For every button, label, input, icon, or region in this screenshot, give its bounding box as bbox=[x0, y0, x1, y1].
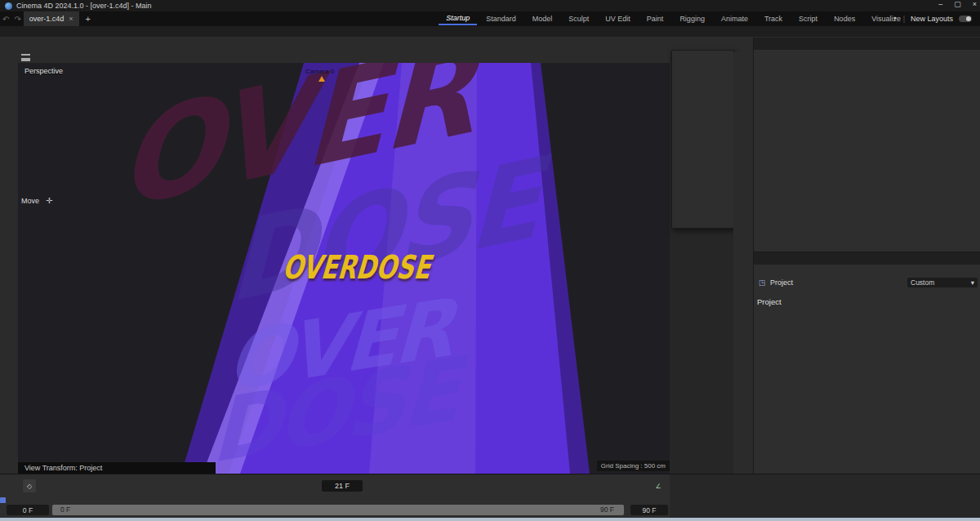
camera-cone-icon bbox=[318, 76, 325, 82]
range-end-field[interactable]: 90 F bbox=[630, 505, 668, 515]
app-icon bbox=[5, 2, 12, 10]
layout-tab-standard[interactable]: Standard bbox=[479, 13, 523, 24]
move-cursor-icon: ✛ bbox=[46, 196, 52, 205]
layout-tab-sculpt[interactable]: Sculpt bbox=[561, 13, 596, 24]
range-start-field[interactable]: 0 F bbox=[7, 505, 49, 515]
attributes-panel-menu bbox=[754, 265, 980, 276]
cinema4d-window: Cinema 4D 2024.1.0 - [over-1.c4d] - Main… bbox=[0, 0, 980, 521]
view-label: Perspective bbox=[24, 67, 63, 75]
close-tab-icon[interactable]: × bbox=[69, 15, 73, 23]
minimize-button[interactable]: – bbox=[938, 0, 942, 8]
layout-tab-track[interactable]: Track bbox=[757, 13, 790, 24]
add-layout-button[interactable]: + bbox=[893, 15, 897, 23]
document-tab[interactable]: over-1.c4d × bbox=[24, 11, 79, 26]
timeline-range-bar: 0 F 0 F 90 F 90 F bbox=[0, 503, 670, 518]
undo-icon[interactable]: ↶ bbox=[2, 15, 9, 24]
attributes-panel: ◳ Project Custom ▾ Project bbox=[754, 252, 980, 474]
add-tab-button[interactable]: + bbox=[86, 14, 91, 24]
layout-tab-animate[interactable]: Animate bbox=[714, 13, 755, 24]
layout-tab-script[interactable]: Script bbox=[791, 13, 825, 24]
viewport[interactable]: OVER DOSE OVER DOSE OVERDOSE Perspective… bbox=[18, 63, 670, 474]
fcurve-icon[interactable]: ∠ bbox=[652, 479, 665, 492]
attribute-object-label: Project bbox=[770, 278, 793, 287]
view-transform-status: View Transform: Project bbox=[18, 462, 216, 474]
object-tree bbox=[754, 61, 980, 243]
new-layouts-button[interactable]: New Layouts bbox=[911, 15, 953, 23]
left-tool-palette bbox=[0, 52, 18, 474]
keyframe-diamond-button[interactable]: ◇ bbox=[23, 479, 36, 492]
attributes-heading: Project bbox=[754, 294, 980, 308]
redo-icon[interactable]: ↷ bbox=[14, 15, 20, 24]
range-slider[interactable]: 0 F 90 F bbox=[52, 505, 624, 515]
move-tooltip: Move ✛ bbox=[21, 196, 52, 205]
scene-overlay bbox=[18, 63, 670, 474]
camera-label: Camera 0 bbox=[305, 68, 334, 75]
layout-tabs: StartupStandardModelSculptUV EditPaintRi… bbox=[439, 11, 908, 26]
objects-panel-tabs bbox=[754, 38, 980, 50]
viewport-menu-bar bbox=[18, 52, 670, 63]
arnold-menu bbox=[671, 50, 734, 229]
layout-tab-paint[interactable]: Paint bbox=[639, 13, 671, 24]
new-layouts-area: + | New Layouts bbox=[893, 11, 972, 26]
layout-toggle[interactable] bbox=[959, 16, 972, 22]
layout-tab-model[interactable]: Model bbox=[525, 13, 560, 24]
menu-bar bbox=[0, 26, 980, 37]
objects-panel-menu bbox=[754, 50, 980, 61]
bottom-right-panel bbox=[670, 474, 980, 518]
chevron-down-icon: ▾ bbox=[971, 278, 974, 287]
viewport-burger-icon[interactable] bbox=[21, 54, 30, 61]
maximize-button[interactable]: ▢ bbox=[954, 0, 961, 8]
object-palette bbox=[733, 52, 753, 474]
layout-tab-uv-edit[interactable]: UV Edit bbox=[598, 13, 638, 24]
grid-spacing-label: Grid Spacing : 500 cm bbox=[597, 461, 670, 471]
current-frame-field[interactable]: 21 F bbox=[322, 480, 363, 492]
title-bar: Cinema 4D 2024.1.0 - [over-1.c4d] - Main… bbox=[0, 0, 980, 11]
preset-dropdown[interactable]: Custom ▾ bbox=[907, 278, 978, 287]
project-icon: ◳ bbox=[757, 278, 767, 287]
right-panel: ◳ Project Custom ▾ Project bbox=[753, 38, 980, 474]
bottom-strip bbox=[0, 518, 980, 521]
layout-tab-startup[interactable]: Startup bbox=[439, 12, 477, 25]
layout-tab-nodes[interactable]: Nodes bbox=[826, 13, 862, 24]
range-slider-start-label: 0 F bbox=[60, 505, 70, 514]
layout-tab-rigging[interactable]: Rigging bbox=[672, 13, 712, 24]
close-button[interactable]: × bbox=[973, 0, 977, 8]
range-slider-end-label: 90 F bbox=[600, 505, 614, 514]
window-title: Cinema 4D 2024.1.0 - [over-1.c4d] - Main bbox=[16, 2, 152, 10]
attributes-panel-tabs bbox=[754, 252, 980, 265]
